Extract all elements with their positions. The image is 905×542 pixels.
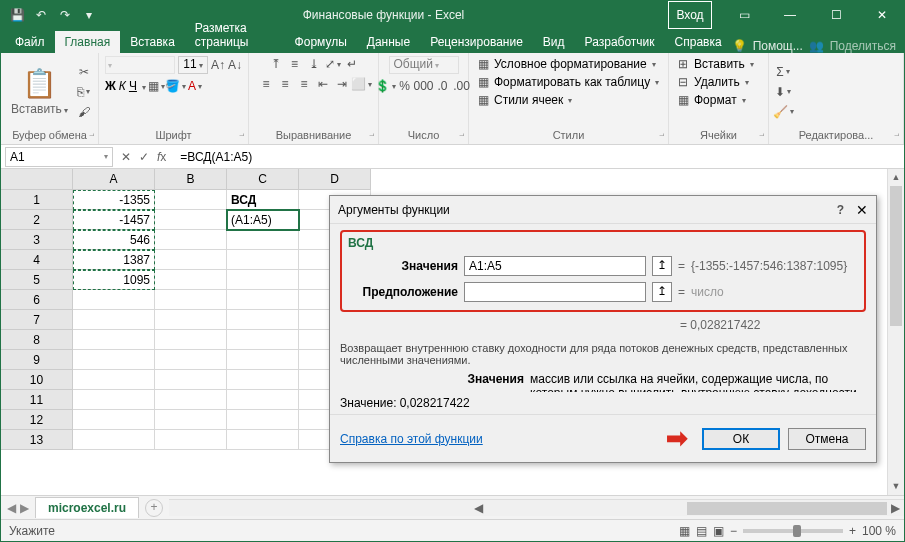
clear-icon[interactable]: 🧹	[775, 104, 791, 120]
cond-format-button[interactable]: ▦Условное форматирование	[475, 56, 656, 72]
cell-A2[interactable]: -1457	[73, 210, 155, 230]
col-A[interactable]: A	[73, 169, 155, 190]
tab-help[interactable]: Справка	[665, 31, 732, 53]
currency-icon[interactable]: 💲	[378, 78, 394, 94]
arg1-input[interactable]	[464, 256, 646, 276]
tab-layout[interactable]: Разметка страницы	[185, 17, 285, 53]
col-B[interactable]: B	[155, 169, 227, 190]
delete-cells-button[interactable]: ⊟Удалить	[675, 74, 749, 90]
percent-icon[interactable]: %	[397, 78, 413, 94]
zoom-level[interactable]: 100 %	[862, 524, 896, 538]
sheet-next-icon[interactable]: ▶	[20, 501, 29, 515]
merge-icon[interactable]: ⬜	[353, 76, 369, 92]
shrink-font-icon[interactable]: A↓	[228, 57, 242, 73]
autosum-icon[interactable]: Σ	[775, 64, 791, 80]
fx-icon[interactable]: fx	[157, 150, 166, 164]
tab-developer[interactable]: Разработчик	[575, 31, 665, 53]
indent-icon[interactable]: ⇥	[334, 76, 350, 92]
align-left-icon[interactable]: ≡	[258, 76, 274, 92]
close-icon[interactable]: ✕	[860, 1, 904, 29]
signin-button[interactable]: Вход	[668, 1, 712, 29]
save-icon[interactable]: 💾	[7, 5, 27, 25]
col-D[interactable]: D	[299, 169, 371, 190]
fill-down-icon[interactable]: ⬇	[775, 84, 791, 100]
tab-formulas[interactable]: Формулы	[285, 31, 357, 53]
cell-A5[interactable]: 1095	[73, 270, 155, 290]
tab-home[interactable]: Главная	[55, 31, 121, 53]
zoom-in-icon[interactable]: +	[849, 524, 856, 538]
scrollbar-vertical[interactable]: ▲▼	[887, 169, 904, 495]
tab-view[interactable]: Вид	[533, 31, 575, 53]
dec-dec-icon[interactable]: .00	[454, 78, 470, 94]
maximize-icon[interactable]: ☐	[814, 1, 858, 29]
arg2-ref-button[interactable]: ↥	[652, 282, 672, 302]
new-sheet-button[interactable]: +	[145, 499, 163, 517]
formula-input[interactable]: =ВСД(A1:A5)	[174, 150, 904, 164]
bold-icon[interactable]: Ж	[105, 79, 116, 93]
ribbon-options-icon[interactable]: ▭	[722, 1, 766, 29]
select-all[interactable]	[1, 169, 73, 190]
font-color-icon[interactable]: A	[187, 78, 203, 94]
row-1[interactable]: 1	[1, 190, 73, 210]
zoom-out-icon[interactable]: −	[730, 524, 737, 538]
minimize-icon[interactable]: —	[768, 1, 812, 29]
cancel-formula-icon[interactable]: ✕	[121, 150, 131, 164]
border-icon[interactable]: ▦	[149, 78, 165, 94]
align-right-icon[interactable]: ≡	[296, 76, 312, 92]
tab-file[interactable]: Файл	[5, 31, 55, 53]
paste-button[interactable]: 📋 Вставить	[7, 65, 72, 118]
orientation-icon[interactable]: ⤢	[325, 56, 341, 72]
format-cells-button[interactable]: ▦Формат	[675, 92, 746, 108]
cell-C1[interactable]: ВСД	[227, 190, 299, 210]
dialog-close-icon[interactable]: ✕	[856, 202, 868, 218]
arg2-input[interactable]	[464, 282, 646, 302]
row-2[interactable]: 2	[1, 210, 73, 230]
zoom-slider[interactable]	[743, 529, 843, 533]
redo-icon[interactable]: ↷	[55, 5, 75, 25]
dialog-help-icon[interactable]: ?	[837, 203, 844, 217]
format-painter-icon[interactable]: 🖌	[76, 104, 92, 120]
fill-icon[interactable]: 🪣	[168, 78, 184, 94]
row-3[interactable]: 3	[1, 230, 73, 250]
italic-icon[interactable]: К	[119, 79, 126, 93]
grow-font-icon[interactable]: A↑	[211, 57, 225, 73]
align-center-icon[interactable]: ≡	[277, 76, 293, 92]
help-link[interactable]: Справка по этой функции	[340, 432, 483, 446]
tab-data[interactable]: Данные	[357, 31, 420, 53]
underline-icon[interactable]: Ч	[129, 79, 137, 93]
align-mid-icon[interactable]: ≡	[287, 56, 303, 72]
format-table-button[interactable]: ▦Форматировать как таблицу	[475, 74, 659, 90]
share-icon[interactable]: 👥	[809, 39, 824, 53]
qat-dd-icon[interactable]: ▾	[79, 5, 99, 25]
row-4[interactable]: 4	[1, 250, 73, 270]
tellme-icon[interactable]: 💡	[732, 39, 747, 53]
scrollbar-horizontal[interactable]: ◀▶	[169, 499, 904, 516]
col-C[interactable]: C	[227, 169, 299, 190]
cancel-button[interactable]: Отмена	[788, 428, 866, 450]
copy-icon[interactable]: ⎘	[76, 84, 92, 100]
inc-dec-icon[interactable]: .0	[435, 78, 451, 94]
cell-A4[interactable]: 1387	[73, 250, 155, 270]
sheet-prev-icon[interactable]: ◀	[7, 501, 16, 515]
wrap-icon[interactable]: ↵	[344, 56, 360, 72]
cell-A3[interactable]: 546	[73, 230, 155, 250]
cell-styles-button[interactable]: ▦Стили ячеек	[475, 92, 572, 108]
comma-icon[interactable]: 000	[416, 78, 432, 94]
ok-button[interactable]: ОК	[702, 428, 780, 450]
name-box[interactable]: A1	[5, 147, 113, 167]
cell-A1[interactable]: -1355	[73, 190, 155, 210]
undo-icon[interactable]: ↶	[31, 5, 51, 25]
tab-insert[interactable]: Вставка	[120, 31, 185, 53]
insert-cells-button[interactable]: ⊞Вставить	[675, 56, 754, 72]
cut-icon[interactable]: ✂	[76, 64, 92, 80]
outdent-icon[interactable]: ⇤	[315, 76, 331, 92]
align-bot-icon[interactable]: ⤓	[306, 56, 322, 72]
row-5[interactable]: 5	[1, 270, 73, 290]
share-label[interactable]: Поделиться	[830, 39, 896, 53]
view-normal-icon[interactable]: ▦	[679, 524, 690, 538]
tab-review[interactable]: Рецензирование	[420, 31, 533, 53]
view-layout-icon[interactable]: ▤	[696, 524, 707, 538]
view-break-icon[interactable]: ▣	[713, 524, 724, 538]
align-top-icon[interactable]: ⤒	[268, 56, 284, 72]
cell-B1[interactable]	[155, 190, 227, 210]
